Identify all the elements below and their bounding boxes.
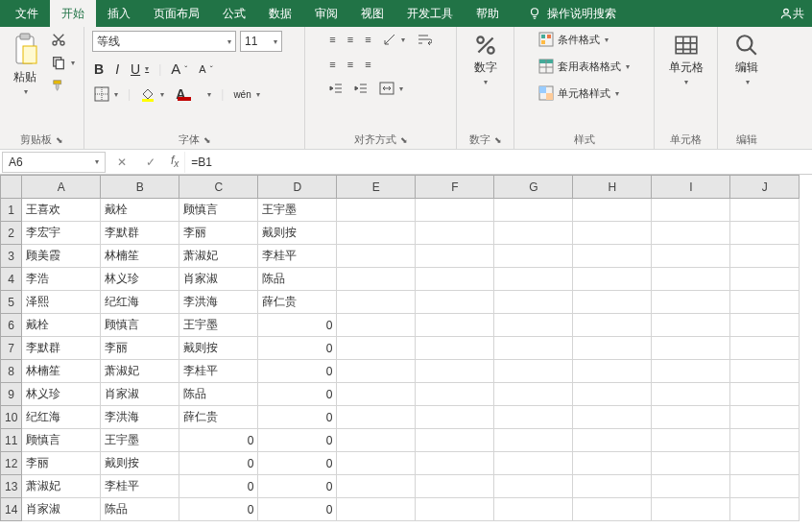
cell[interactable] bbox=[337, 498, 416, 521]
dialog-launcher-icon[interactable]: ⬊ bbox=[56, 135, 63, 145]
cell[interactable]: 李洪海 bbox=[179, 291, 258, 314]
cell[interactable]: 顾美霞 bbox=[22, 245, 101, 268]
cell[interactable] bbox=[573, 337, 652, 360]
cell[interactable]: 萧淑妃 bbox=[22, 475, 101, 498]
cell[interactable] bbox=[652, 337, 730, 360]
cell[interactable] bbox=[652, 383, 730, 406]
cell[interactable]: 泽熙 bbox=[22, 291, 101, 314]
copy-button[interactable]: ▾ bbox=[49, 54, 77, 71]
cell[interactable] bbox=[494, 429, 573, 452]
cell[interactable]: 李桂平 bbox=[258, 245, 337, 268]
cell[interactable] bbox=[416, 268, 494, 291]
dialog-launcher-icon[interactable]: ⬊ bbox=[400, 135, 408, 145]
cell[interactable]: 0 bbox=[258, 475, 337, 498]
row-header[interactable]: 1 bbox=[1, 199, 22, 222]
cell[interactable] bbox=[337, 406, 416, 429]
dialog-launcher-icon[interactable]: ⬊ bbox=[203, 135, 211, 145]
fill-color-button[interactable]: ▾ bbox=[138, 85, 166, 103]
row-header[interactable]: 11 bbox=[1, 429, 22, 452]
borders-button[interactable]: ▾ bbox=[92, 85, 120, 103]
cell[interactable]: 李洪海 bbox=[101, 406, 179, 429]
cell[interactable] bbox=[337, 360, 416, 383]
cell[interactable] bbox=[652, 199, 730, 222]
merge-button[interactable]: ▾ bbox=[377, 81, 405, 96]
cell[interactable] bbox=[494, 245, 573, 268]
cell[interactable] bbox=[730, 360, 800, 383]
font-color-button[interactable]: A▾ bbox=[174, 85, 213, 103]
cell[interactable] bbox=[730, 268, 800, 291]
cell[interactable]: 李桂平 bbox=[101, 475, 179, 498]
tab-data[interactable]: 数据 bbox=[257, 0, 303, 27]
cell[interactable] bbox=[494, 406, 573, 429]
cell[interactable] bbox=[494, 222, 573, 245]
col-header[interactable]: J bbox=[730, 176, 800, 199]
decrease-indent-button[interactable] bbox=[327, 81, 345, 96]
enter-formula-button[interactable]: ✓ bbox=[136, 152, 165, 173]
col-header[interactable]: I bbox=[652, 176, 730, 199]
cell-styles-button[interactable]: 单元格样式▾ bbox=[537, 84, 620, 102]
cell[interactable]: 陈品 bbox=[179, 383, 258, 406]
cell[interactable] bbox=[573, 429, 652, 452]
col-header[interactable]: F bbox=[416, 176, 494, 199]
cell[interactable]: 林楠笙 bbox=[101, 245, 179, 268]
cell[interactable] bbox=[652, 245, 730, 268]
font-size-select[interactable]: 11▾ bbox=[240, 31, 282, 52]
cell[interactable] bbox=[337, 222, 416, 245]
cell[interactable] bbox=[573, 406, 652, 429]
cell[interactable] bbox=[494, 452, 573, 475]
cell[interactable]: 陈品 bbox=[258, 268, 337, 291]
cell[interactable]: 0 bbox=[258, 498, 337, 521]
cell[interactable]: 0 bbox=[179, 498, 258, 521]
tab-review[interactable]: 审阅 bbox=[303, 0, 349, 27]
tab-view[interactable]: 视图 bbox=[349, 0, 395, 27]
cell[interactable]: 戴栓 bbox=[22, 314, 101, 337]
cell[interactable] bbox=[652, 222, 730, 245]
cell[interactable]: 0 bbox=[179, 429, 258, 452]
cell[interactable] bbox=[652, 406, 730, 429]
tab-home[interactable]: 开始 bbox=[50, 0, 96, 27]
cell[interactable]: 李桂平 bbox=[179, 360, 258, 383]
cell[interactable]: 李丽 bbox=[179, 222, 258, 245]
cell[interactable] bbox=[494, 383, 573, 406]
cell[interactable] bbox=[337, 452, 416, 475]
cell[interactable]: 王宇墨 bbox=[179, 314, 258, 337]
phonetic-button[interactable]: wén▾ bbox=[231, 88, 261, 101]
cell[interactable] bbox=[337, 291, 416, 314]
cell[interactable] bbox=[573, 291, 652, 314]
align-left-button[interactable]: ≡ bbox=[327, 58, 337, 71]
cell[interactable] bbox=[652, 475, 730, 498]
cell[interactable]: 肖家淑 bbox=[22, 498, 101, 521]
cell[interactable]: 李宏宇 bbox=[22, 222, 101, 245]
cell[interactable] bbox=[337, 199, 416, 222]
cell[interactable]: 0 bbox=[258, 452, 337, 475]
row-header[interactable]: 8 bbox=[1, 360, 22, 383]
row-header[interactable]: 7 bbox=[1, 337, 22, 360]
tab-dev[interactable]: 开发工具 bbox=[395, 0, 465, 27]
cell[interactable]: 陈品 bbox=[101, 498, 179, 521]
cell[interactable] bbox=[416, 222, 494, 245]
decrease-font-button[interactable]: Aˇ bbox=[197, 62, 214, 76]
cell[interactable]: 李丽 bbox=[101, 337, 179, 360]
row-header[interactable]: 2 bbox=[1, 222, 22, 245]
align-center-button[interactable]: ≡ bbox=[346, 58, 355, 71]
cell[interactable] bbox=[573, 245, 652, 268]
align-top-button[interactable]: ≡ bbox=[327, 33, 337, 46]
row-header[interactable]: 12 bbox=[1, 452, 22, 475]
format-painter-button[interactable] bbox=[49, 77, 77, 94]
cell[interactable] bbox=[494, 360, 573, 383]
select-all-corner[interactable] bbox=[1, 176, 22, 199]
cell[interactable] bbox=[416, 475, 494, 498]
bold-button[interactable]: B bbox=[92, 60, 106, 78]
cell[interactable] bbox=[416, 498, 494, 521]
cell[interactable]: 0 bbox=[258, 360, 337, 383]
cell[interactable] bbox=[337, 383, 416, 406]
cell[interactable]: 0 bbox=[179, 452, 258, 475]
cell[interactable] bbox=[730, 337, 800, 360]
cell[interactable] bbox=[416, 429, 494, 452]
align-bottom-button[interactable]: ≡ bbox=[363, 33, 372, 46]
cell[interactable]: 薛仁贵 bbox=[258, 291, 337, 314]
cell[interactable] bbox=[652, 291, 730, 314]
cell[interactable] bbox=[337, 245, 416, 268]
cell[interactable]: 0 bbox=[258, 337, 337, 360]
cell[interactable] bbox=[652, 498, 730, 521]
